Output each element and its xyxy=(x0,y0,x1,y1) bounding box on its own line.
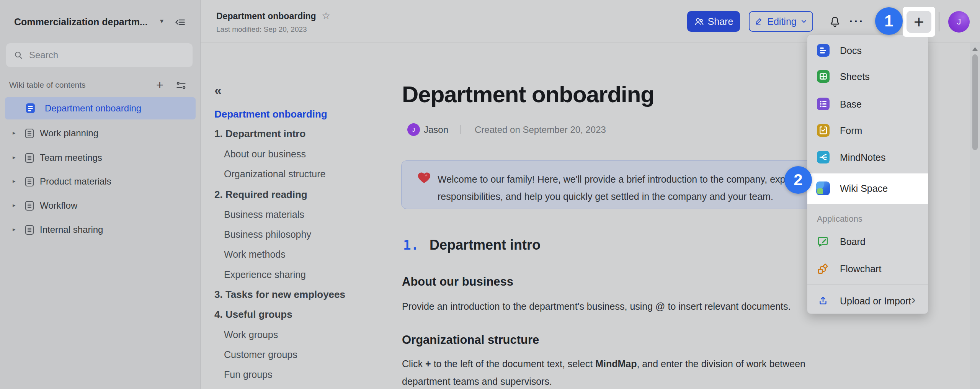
sidebar-item-label: Workflow xyxy=(40,200,77,211)
toc-link[interactable]: Experience sharing xyxy=(224,269,306,280)
author-name[interactable]: Jason xyxy=(424,124,448,135)
heading-about-our-business: About our business xyxy=(402,275,513,289)
mindnotes-icon xyxy=(817,151,830,163)
paragraph-about: Provide an introduction to the departmen… xyxy=(402,297,791,315)
page-title: Department onboarding xyxy=(402,82,654,107)
heading-department-intro: Department intro xyxy=(430,237,541,253)
author-avatar[interactable]: J xyxy=(407,123,420,136)
people-icon xyxy=(694,16,704,27)
breadcrumb-doc-title: Department onboarding xyxy=(216,11,316,21)
chevron-right-icon: ▸ xyxy=(13,226,16,232)
doc-icon xyxy=(24,127,35,139)
caret-down-icon[interactable]: ▾ xyxy=(160,18,163,25)
step-badge-1: 1 xyxy=(875,7,903,35)
create-new-button[interactable]: + xyxy=(906,11,931,33)
meta-divider xyxy=(460,125,461,134)
toc-link[interactable]: Fun groups xyxy=(224,369,272,380)
collapse-sidebar-icon xyxy=(175,17,185,28)
chevron-right-icon: ▸ xyxy=(13,202,16,208)
toc-link[interactable]: About our business xyxy=(224,148,306,160)
docs-icon xyxy=(817,44,830,57)
toc-settings-button[interactable] xyxy=(176,80,186,90)
menu-item-form[interactable]: Form xyxy=(807,118,928,143)
editing-label: Editing xyxy=(767,16,796,27)
user-avatar[interactable]: J xyxy=(948,11,970,33)
share-label: Share xyxy=(708,16,733,27)
add-page-button[interactable]: + xyxy=(156,79,163,91)
workspace-switcher[interactable]: Commercialization departm... xyxy=(14,16,157,28)
toc-link[interactable]: Business materials xyxy=(224,209,304,220)
collapse-toc-button[interactable]: « xyxy=(214,83,222,96)
sheets-icon xyxy=(817,70,830,83)
sidebar-item-internal-sharing[interactable]: ▸ Internal sharing xyxy=(0,219,200,241)
sidebar-item-team-meetings[interactable]: ▸ Team meetings xyxy=(0,147,200,169)
menu-item-upload-or-import[interactable]: Upload or Import › xyxy=(807,289,928,313)
toc-link[interactable]: Work methods xyxy=(224,248,286,260)
sidebar-item-label: Internal sharing xyxy=(40,224,103,235)
menu-item-flowchart[interactable]: Flowchart xyxy=(807,257,928,281)
editing-mode-button[interactable]: Editing xyxy=(749,11,813,32)
menu-section-applications: Applications xyxy=(817,214,862,224)
favorite-star-icon[interactable]: ☆ xyxy=(322,11,330,21)
sidebar-item-label: Product materials xyxy=(40,176,111,187)
toc-link[interactable]: Customer groups xyxy=(224,349,297,360)
wiki-space-icon xyxy=(816,181,830,195)
sidebar-item-workflow[interactable]: ▸ Workflow xyxy=(0,194,200,217)
sidebar-item-label: Department onboarding xyxy=(45,103,141,114)
share-button[interactable]: Share xyxy=(687,11,740,32)
toc-link[interactable]: Work groups xyxy=(224,329,278,340)
doc-icon xyxy=(24,200,35,211)
bell-icon xyxy=(829,16,841,28)
more-options-button[interactable]: ··· xyxy=(846,14,867,29)
heading-number: 1. xyxy=(403,237,419,253)
collapse-sidebar-button[interactable] xyxy=(175,17,185,28)
search-input[interactable]: Search xyxy=(6,43,193,67)
create-menu: Docs Sheets Base Form MindNotes Wiki Spa… xyxy=(807,34,928,314)
chevron-right-icon: ▸ xyxy=(13,130,16,136)
chevron-right-icon: › xyxy=(911,293,916,306)
base-icon xyxy=(817,98,830,110)
step-badge-2: 2 xyxy=(784,166,812,194)
menu-item-docs[interactable]: Docs xyxy=(807,38,928,63)
doc-icon xyxy=(24,152,35,163)
upload-icon xyxy=(818,295,828,306)
heading-organizational-structure: Organizational structure xyxy=(402,333,539,347)
menu-divider xyxy=(807,284,928,285)
menu-item-mindnotes[interactable]: MindNotes xyxy=(807,145,928,170)
toc-link[interactable]: 4. Useful groups xyxy=(214,309,292,320)
search-placeholder: Search xyxy=(29,50,58,60)
scrollbar-thumb[interactable] xyxy=(972,54,978,150)
chevron-down-icon xyxy=(800,18,808,25)
sidebar-item-department-onboarding[interactable]: Department onboarding xyxy=(5,97,196,119)
pencil-icon xyxy=(754,17,764,26)
toc-link[interactable]: 1. Department intro xyxy=(214,128,305,139)
sidebar-item-label: Work planning xyxy=(40,127,98,139)
callout-text-line2: responsibilities, and help you quickly g… xyxy=(438,191,773,202)
toc-link[interactable]: Business philosophy xyxy=(224,229,311,240)
toc-link-current-page[interactable]: Department onboarding xyxy=(214,108,327,120)
menu-item-sheets[interactable]: Sheets xyxy=(807,64,928,89)
flowchart-icon xyxy=(817,263,829,275)
heart-icon xyxy=(417,172,431,185)
doc-icon xyxy=(24,176,35,187)
wiki-app: Commercialization departm... ▾ Search Wi… xyxy=(0,0,980,389)
notifications-button[interactable] xyxy=(829,16,841,28)
sidebar-item-work-planning[interactable]: ▸ Work planning xyxy=(0,122,200,144)
callout-text-line1: Welcome to our family! Here, we'll provi… xyxy=(438,173,822,185)
menu-item-board[interactable]: Board xyxy=(807,229,928,254)
last-modified-label: Last modified: Sep 20, 2023 xyxy=(216,25,307,34)
doc-icon xyxy=(24,102,36,114)
sidebar-item-product-materials[interactable]: ▸ Product materials xyxy=(0,170,200,193)
topbar-separator xyxy=(939,12,939,31)
sidebar-item-label: Team meetings xyxy=(40,152,102,163)
search-icon xyxy=(14,51,23,60)
chevron-right-icon: ▸ xyxy=(13,154,16,160)
menu-item-base[interactable]: Base xyxy=(807,92,928,116)
toc-link[interactable]: 3. Tasks for new employees xyxy=(214,289,345,300)
toc-link[interactable]: Organizational structure xyxy=(224,168,325,180)
toc-link[interactable]: 2. Required reading xyxy=(214,189,307,200)
sidebar: Commercialization departm... ▾ Search Wi… xyxy=(0,0,201,389)
paragraph-org: Click + to the left of the document text… xyxy=(402,355,805,389)
scrollbar-up-arrow[interactable] xyxy=(972,47,978,51)
menu-item-wiki-space[interactable]: Wiki Space xyxy=(807,173,928,204)
